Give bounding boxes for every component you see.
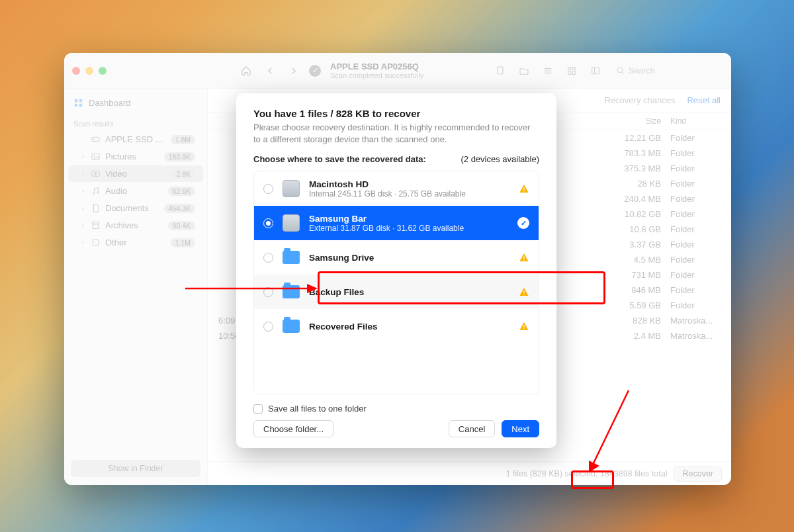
svg-rect-28: [523, 257, 524, 259]
folder-icon: [283, 285, 300, 298]
device-option-samsung-drive[interactable]: Samsung Drive: [254, 240, 539, 275]
checkbox-icon[interactable]: [253, 404, 263, 414]
modal-subtitle: Please choose recovery destination. It i…: [253, 122, 539, 145]
next-button[interactable]: Next: [502, 420, 539, 437]
radio-icon[interactable]: [263, 287, 273, 297]
svg-rect-33: [523, 328, 524, 329]
svg-rect-29: [523, 259, 524, 260]
device-option-samsung-bar[interactable]: Samsung BarExternal 31.87 GB disk · 31.6…: [254, 206, 539, 240]
warning-icon: [519, 183, 529, 194]
app-window: ✓ APPLE SSD AP0256Q Scan completed succe…: [64, 53, 731, 485]
radio-icon[interactable]: [263, 218, 273, 228]
warning-icon: [519, 287, 529, 297]
recovery-destination-modal: You have 1 files / 828 KB to recover Ple…: [236, 93, 556, 448]
svg-rect-31: [523, 294, 524, 294]
save-all-label: Save all files to one folder: [268, 404, 367, 414]
drive-icon: [283, 214, 300, 232]
radio-icon[interactable]: [263, 253, 273, 263]
choose-folder-button[interactable]: Choose folder...: [253, 420, 333, 437]
choose-label: Choose where to save the recovered data:: [253, 154, 426, 164]
radio-icon[interactable]: [263, 184, 273, 194]
device-detail: Internal 245.11 GB disk · 25.75 GB avail…: [309, 189, 511, 199]
svg-rect-26: [523, 188, 524, 190]
device-detail: External 31.87 GB disk · 31.62 GB availa…: [309, 224, 509, 233]
svg-rect-30: [523, 291, 524, 293]
svg-rect-32: [523, 326, 524, 328]
device-option-recovered-files[interactable]: Recovered Files: [254, 309, 539, 343]
warning-icon: [519, 321, 529, 332]
folder-icon: [283, 251, 300, 264]
save-all-option[interactable]: Save all files to one folder: [253, 401, 539, 420]
device-list[interactable]: Macintosh HDInternal 245.11 GB disk · 25…: [253, 171, 539, 394]
modal-title: You have 1 files / 828 KB to recover: [253, 108, 539, 119]
device-name: Recovered Files: [309, 322, 511, 332]
cancel-button[interactable]: Cancel: [449, 420, 495, 437]
device-name: Macintosh HD: [309, 179, 511, 189]
device-name: Samsung Drive: [309, 253, 511, 263]
radio-icon[interactable]: [263, 322, 273, 332]
device-option-macintosh-hd[interactable]: Macintosh HDInternal 245.11 GB disk · 25…: [254, 171, 539, 206]
device-option-backup-files[interactable]: Backup Files: [254, 275, 539, 309]
device-name: Backup Files: [309, 287, 511, 297]
devices-available: (2 devices available): [461, 154, 539, 164]
check-icon: ✓: [517, 217, 529, 229]
warning-icon: [519, 252, 529, 263]
drive-icon: [283, 180, 300, 197]
folder-icon: [283, 320, 300, 333]
svg-rect-27: [523, 191, 524, 191]
device-name: Samsung Bar: [309, 214, 509, 224]
